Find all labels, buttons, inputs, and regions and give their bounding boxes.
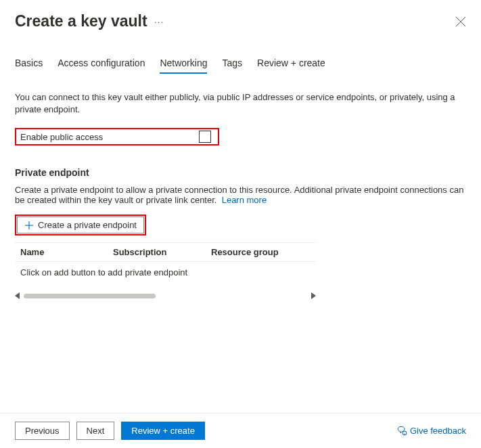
private-endpoint-heading: Private endpoint [15, 167, 466, 178]
give-feedback-label: Give feedback [410, 426, 466, 436]
table-header-row: Name Subscription Resource group [15, 242, 316, 262]
footer-bar: Previous Next Review + create Give feedb… [0, 413, 481, 448]
svg-point-4 [403, 431, 407, 435]
plus-icon [24, 221, 34, 230]
page-title: Create a key vault [15, 12, 147, 30]
learn-more-link[interactable]: Learn more [222, 195, 267, 205]
private-endpoint-table: Name Subscription Resource group Click o… [15, 242, 316, 283]
next-button[interactable]: Next [76, 422, 115, 440]
create-private-endpoint-label: Create a private endpoint [38, 220, 137, 230]
networking-description: You can connect to this key vault either… [15, 91, 466, 116]
tab-networking[interactable]: Networking [160, 58, 207, 74]
tab-basics[interactable]: Basics [15, 58, 43, 74]
tab-tags[interactable]: Tags [222, 58, 242, 74]
more-icon[interactable]: ··· [154, 16, 164, 27]
scroll-left-arrow-icon[interactable] [15, 292, 20, 299]
scroll-right-arrow-icon[interactable] [311, 292, 316, 299]
column-header-resource-group[interactable]: Resource group [211, 247, 309, 257]
private-endpoint-description: Create a private endpoint to allow a pri… [15, 185, 466, 205]
scroll-thumb[interactable] [24, 294, 156, 298]
table-empty-row: Click on add button to add private endpo… [15, 262, 316, 283]
previous-button[interactable]: Previous [15, 422, 70, 440]
tab-bar: Basics Access configuration Networking T… [0, 35, 481, 74]
review-create-button[interactable]: Review + create [121, 422, 205, 440]
enable-public-access-label: Enable public access [20, 132, 103, 142]
feedback-icon [396, 426, 407, 436]
create-private-endpoint-button[interactable]: Create a private endpoint [17, 217, 144, 233]
column-header-name[interactable]: Name [15, 247, 113, 257]
tab-review-create[interactable]: Review + create [257, 58, 325, 74]
give-feedback-link[interactable]: Give feedback [396, 426, 466, 436]
enable-public-access-row: Enable public access [15, 128, 219, 145]
svg-point-5 [403, 432, 404, 432]
svg-point-6 [405, 432, 405, 432]
horizontal-scrollbar[interactable] [15, 292, 316, 299]
tab-access-configuration[interactable]: Access configuration [58, 58, 145, 74]
enable-public-access-checkbox[interactable] [199, 131, 211, 143]
column-header-subscription[interactable]: Subscription [113, 247, 211, 257]
close-icon[interactable] [455, 16, 466, 27]
